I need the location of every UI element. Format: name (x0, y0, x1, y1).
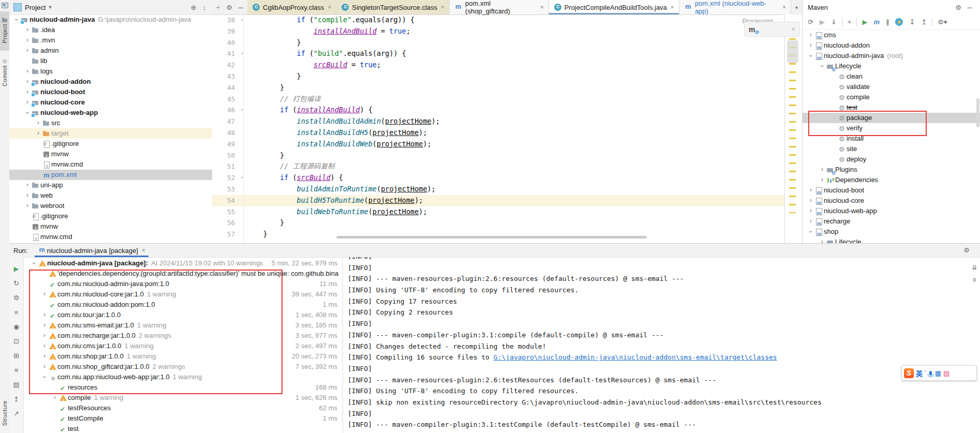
tree-row[interactable]: ›test (803, 102, 980, 113)
toolbox-icon[interactable]: ▨ (943, 369, 949, 377)
tree-row[interactable]: ›niucloud-admin-java [package]:At 2024/1… (23, 258, 341, 268)
tree-row[interactable]: ›.gitignore (9, 139, 212, 149)
tree-row[interactable]: ›uni-app (9, 180, 212, 190)
hidden-tabs-icon[interactable]: ▾ (791, 0, 802, 14)
chevron-down-icon[interactable]: ▼ (48, 5, 52, 10)
collapse-icon[interactable]: ↥ (13, 395, 19, 403)
chevron-icon[interactable]: › (807, 30, 815, 40)
chevron-icon[interactable]: › (40, 341, 49, 351)
code-editor[interactable]: 38▾ if ("compile".equals(arg)) {39 insta… (212, 14, 785, 243)
chevron-icon[interactable]: › (807, 40, 815, 50)
close-icon[interactable]: × (671, 4, 674, 11)
editor-tab[interactable]: pom.xml (niucloud-web-app)× (679, 0, 791, 14)
chevron-icon[interactable]: › (40, 362, 49, 371)
console-view-icon[interactable]: ▤ (13, 381, 19, 389)
expand-collapse-all-icon[interactable]: ↕ (203, 4, 206, 11)
stop-icon[interactable]: ■ (14, 308, 19, 316)
fold-icon[interactable]: ▾ (238, 14, 246, 26)
screenshot-icon[interactable]: ⊡ (13, 337, 19, 345)
chevron-icon[interactable]: › (818, 175, 826, 185)
tree-row[interactable]: ›lib (9, 56, 212, 66)
restore-layout-icon[interactable]: ⊞ (13, 352, 19, 360)
chevron-icon[interactable]: › (23, 46, 32, 55)
tree-row[interactable]: ›testCompile1 ms (23, 413, 341, 424)
tree-row[interactable]: ›web (9, 190, 212, 201)
tree-row[interactable]: ›deploy (803, 154, 980, 165)
fold-icon[interactable]: ▾ (238, 172, 246, 184)
options-menu-icon[interactable]: ≡ (14, 366, 19, 374)
console-link[interactable]: G:\javapro\niucloud-admin-java\niucloud-… (494, 353, 777, 361)
tree-row[interactable]: ›com.niu:shop_giftcard:jar:1.0.02 warnin… (23, 362, 341, 372)
close-icon[interactable]: × (540, 4, 544, 11)
tree-row[interactable]: ›niucloud-core (803, 196, 980, 206)
add-maven-project-icon[interactable]: + (848, 18, 852, 26)
editor-tab[interactable]: SingletonTargetSource.class× (336, 0, 450, 14)
keyboard-icon[interactable]: ▦ (935, 369, 941, 377)
tree-row[interactable]: ›recharge (803, 216, 980, 227)
maven-reload-widget[interactable]: m × (744, 22, 800, 37)
close-icon[interactable]: × (142, 247, 145, 254)
tree-row[interactable]: ›niucloud-web-app (803, 206, 980, 216)
reimport-maven-projects-icon[interactable]: ⟳ (808, 18, 813, 26)
tree-row[interactable]: ›verify (803, 123, 980, 133)
collapse-all-icon[interactable]: ↥ (921, 18, 927, 26)
chevron-icon[interactable]: › (818, 165, 826, 174)
tree-row[interactable]: ›com.niu:niucloud-admin-java:pom:1.011 m… (23, 279, 341, 289)
tree-row[interactable]: ›com.niu:tour:jar:1.0.01 sec, 408 ms (23, 310, 341, 320)
chevron-icon[interactable]: › (23, 97, 32, 107)
tree-row[interactable]: ›mvnw (9, 221, 212, 232)
tree-row[interactable]: ›com.niu.app:niucloud-web-app:jar:1.01 w… (23, 372, 341, 382)
rerun-icon[interactable]: ▶ (14, 265, 19, 273)
tree-row[interactable]: ›webroot (9, 201, 212, 211)
show-passed-icon[interactable]: ◉ (13, 323, 19, 331)
close-icon[interactable]: × (792, 26, 795, 33)
chevron-icon[interactable]: › (23, 201, 32, 211)
locate-file-icon[interactable]: ⊕ (191, 4, 197, 11)
tree-row[interactable]: ›com.niu:niucloud-addon:pom:1.01 ms (23, 300, 341, 310)
tree-row[interactable]: ›com.niu:sms-email:jar:1.01 warning3 sec… (23, 320, 341, 331)
hide-panel-icon[interactable]: ─ (239, 4, 243, 11)
chevron-icon[interactable]: › (34, 118, 42, 128)
tree-row[interactable]: ›shop (803, 227, 980, 237)
pin-icon[interactable]: ↗ (13, 410, 19, 417)
chevron-icon[interactable]: › (29, 259, 39, 267)
tree-row[interactable]: ›mvnw (9, 149, 212, 159)
tree-row[interactable]: ›.gitignore (9, 211, 212, 221)
scrollbar-thumb[interactable] (787, 40, 798, 63)
hide-maven-panel-icon[interactable]: ─ (968, 4, 972, 11)
tree-row[interactable]: ›com.niu:shop:jar:1.0.01 warning20 sec, … (23, 351, 341, 362)
maven-options-gear-icon[interactable]: ⚙ (955, 4, 961, 11)
chevron-icon[interactable]: › (817, 62, 827, 70)
tree-row[interactable]: ›niucloud-boot (9, 87, 212, 97)
tree-row[interactable]: ›niucloud-addon (9, 77, 212, 87)
chevron-icon[interactable]: › (23, 25, 32, 35)
tree-row[interactable]: ›mvnw.cmd (9, 232, 212, 242)
tree-row[interactable]: ›mvnw.cmd (9, 159, 212, 170)
chevron-icon[interactable]: › (807, 206, 815, 216)
editor-tab[interactable]: ProjectCompileAndBuildTools.java× (549, 0, 679, 14)
chevron-icon[interactable]: › (806, 52, 816, 60)
tree-row[interactable]: ›niucloud-web-app (9, 108, 212, 118)
run-tab[interactable]: niucloud-admin-java [package] × (35, 244, 148, 257)
tree-row[interactable]: ›niucloud-admin-javaG:\javapro\niucloud-… (9, 14, 212, 25)
collapse-all-icon[interactable]: ÷ (216, 4, 220, 11)
error-stripe[interactable] (784, 14, 802, 243)
chevron-icon[interactable]: › (818, 237, 826, 243)
chevron-icon[interactable]: › (807, 185, 815, 195)
tree-row[interactable]: ›src (9, 118, 212, 128)
rerun-failed-icon[interactable]: ↻ (13, 279, 19, 287)
sidebar-item-project[interactable]: Project (0, 11, 9, 51)
close-icon[interactable]: × (441, 4, 444, 11)
chevron-icon[interactable]: › (806, 228, 816, 236)
chevron-icon[interactable]: › (23, 87, 32, 97)
settings-gear-icon[interactable]: ⚙ (226, 4, 232, 11)
chevron-icon[interactable]: › (40, 310, 49, 320)
sogou-logo-icon[interactable]: S (904, 368, 914, 378)
sidebar-item-commit[interactable]: ⊙ Commit (0, 54, 9, 91)
editor-tab[interactable]: pom.xml (shop_giftcard)× (450, 0, 549, 14)
execute-maven-goal-icon[interactable]: m (873, 18, 880, 26)
tree-row[interactable]: ›Plugins (803, 165, 980, 175)
tree-row[interactable]: ›install (803, 133, 980, 144)
skip-tests-icon[interactable]: ∦ (886, 18, 889, 26)
tree-row[interactable]: ›com.niu:cms:jar:1.0.01 warning2 sec, 49… (23, 341, 341, 351)
